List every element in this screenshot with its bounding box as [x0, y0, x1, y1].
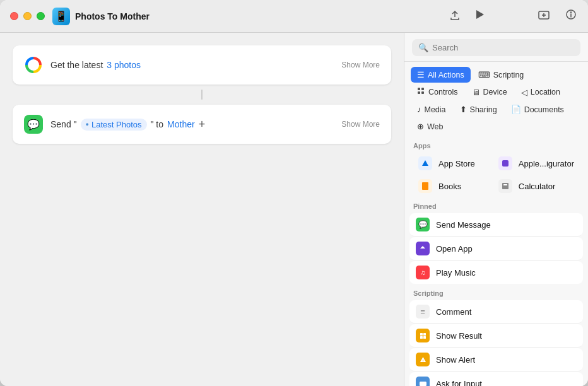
action-get-photos-content: Get the latest 3 photos — [50, 60, 334, 70]
messages-icon: 💬 — [24, 115, 43, 134]
send-message-icon: 💬 — [416, 218, 430, 231]
info-button[interactable] — [564, 8, 578, 25]
svg-rect-12 — [420, 333, 423, 336]
all-actions-icon: ☰ — [417, 70, 425, 79]
actions-list: Apps App Store — [404, 134, 588, 386]
action-item-comment[interactable]: ≡ Comment — [409, 300, 583, 324]
action-item-books[interactable]: Books — [409, 175, 490, 197]
scripting-section-label: Scripting — [404, 284, 588, 300]
add-to-shortcuts-button[interactable] — [536, 8, 551, 25]
category-media[interactable]: ♪ Media — [411, 102, 452, 117]
device-icon: 🖥 — [472, 88, 480, 97]
open-app-icon — [416, 242, 430, 255]
svg-rect-15 — [423, 336, 426, 339]
books-icon — [418, 179, 432, 193]
svg-rect-11 — [503, 184, 507, 185]
traffic-lights — [10, 12, 45, 20]
action-item-ask-for-input[interactable]: Ask for Input — [409, 372, 583, 386]
svg-rect-4 — [418, 88, 420, 90]
apps-section-label: Apps — [404, 137, 588, 152]
action-item-open-app[interactable]: Open App — [409, 237, 583, 260]
action-get-photos[interactable]: Get the latest 3 photos Show More — [13, 45, 391, 85]
svg-rect-13 — [423, 333, 426, 336]
category-device[interactable]: 🖥 Device — [466, 84, 514, 100]
category-sharing[interactable]: ⬆ Sharing — [454, 102, 503, 117]
svg-rect-8 — [502, 160, 509, 167]
location-icon: ◁ — [521, 88, 527, 97]
window-title: Photos To Mother — [75, 11, 448, 21]
add-recipient-button[interactable]: + — [199, 118, 206, 131]
show-more-btn-1[interactable]: Show More — [341, 61, 380, 69]
actions-pane: 🔍 ☰ All Actions ⌨ Scripting — [404, 33, 588, 386]
main-window: 📱 Photos To Mother — [0, 0, 588, 386]
svg-rect-18 — [420, 382, 426, 386]
play-music-icon: ♫ — [416, 266, 430, 279]
action-item-calculator[interactable]: Calculator — [490, 175, 583, 197]
app-store-icon — [418, 156, 432, 170]
share-button[interactable] — [448, 8, 462, 25]
action-item-app-store[interactable]: App Store — [409, 152, 490, 175]
show-alert-icon — [416, 353, 430, 366]
action-item-show-alert[interactable]: Show Alert — [409, 348, 583, 371]
apple-configurator-icon — [498, 156, 512, 170]
action-item-send-message[interactable]: 💬 Send Message — [409, 213, 583, 237]
category-controls[interactable]: Controls — [411, 84, 464, 100]
svg-rect-14 — [420, 336, 423, 339]
workflow-pane: Get the latest 3 photos Show More 💬 Send… — [0, 33, 404, 386]
calculator-icon — [498, 179, 512, 193]
actions-header: 🔍 — [404, 33, 588, 62]
svg-rect-9 — [422, 182, 428, 190]
controls-icon — [417, 87, 425, 97]
titlebar: 📱 Photos To Mother — [0, 0, 588, 33]
svg-rect-7 — [421, 91, 424, 94]
search-input[interactable] — [432, 43, 574, 52]
svg-rect-5 — [421, 88, 424, 90]
show-more-btn-2[interactable]: Show More — [341, 120, 380, 129]
svg-rect-10 — [502, 183, 509, 189]
action-send-content: Send " ● Latest Photos " to Mother + — [50, 118, 334, 131]
action-item-play-music[interactable]: ♫ Play Music — [409, 261, 583, 284]
action-item-show-result[interactable]: Show Result — [409, 324, 583, 348]
scripting-icon: ⌨ — [478, 70, 490, 79]
media-icon: ♪ — [417, 105, 421, 114]
category-documents[interactable]: 📄 Documents — [505, 102, 570, 117]
svg-rect-17 — [423, 361, 423, 362]
search-box[interactable]: 🔍 — [412, 39, 580, 56]
documents-icon: 📄 — [511, 105, 521, 114]
pinned-section-label: Pinned — [404, 197, 588, 213]
svg-rect-16 — [423, 360, 423, 361]
recipient-badge[interactable]: Mother — [167, 119, 195, 129]
svg-point-2 — [571, 12, 572, 13]
show-result-icon — [416, 329, 430, 342]
maximize-button[interactable] — [37, 12, 45, 20]
search-icon: 🔍 — [418, 43, 428, 52]
category-all-actions[interactable]: ☰ All Actions — [411, 67, 471, 83]
minimize-button[interactable] — [23, 12, 32, 20]
action-send-message[interactable]: 💬 Send " ● Latest Photos " to Mother + S… — [13, 105, 391, 144]
svg-rect-6 — [418, 91, 420, 94]
main-content: Get the latest 3 photos Show More 💬 Send… — [0, 33, 588, 386]
photos-icon — [24, 56, 43, 74]
pinned-list: 💬 Send Message Open App — [404, 213, 588, 284]
category-location[interactable]: ◁ Location — [515, 84, 567, 100]
action-item-apple-configurator[interactable]: Apple...igurator — [490, 152, 583, 175]
close-button[interactable] — [10, 12, 18, 20]
category-nav: ☰ All Actions ⌨ Scripting — [404, 62, 588, 134]
latest-photos-badge[interactable]: ● Latest Photos — [81, 119, 147, 131]
category-scripting[interactable]: ⌨ Scripting — [472, 67, 531, 83]
scripting-list: ≡ Comment Show Re — [404, 300, 588, 386]
web-icon: ⊕ — [417, 122, 424, 131]
comment-icon: ≡ — [416, 305, 430, 319]
app-icon: 📱 — [52, 8, 70, 25]
category-web[interactable]: ⊕ Web — [411, 119, 449, 134]
ask-for-input-icon — [416, 377, 430, 386]
play-button[interactable] — [474, 8, 486, 24]
titlebar-actions — [448, 8, 578, 25]
photos-count-badge[interactable]: 3 photos — [107, 60, 141, 70]
sharing-icon: ⬆ — [460, 105, 467, 114]
